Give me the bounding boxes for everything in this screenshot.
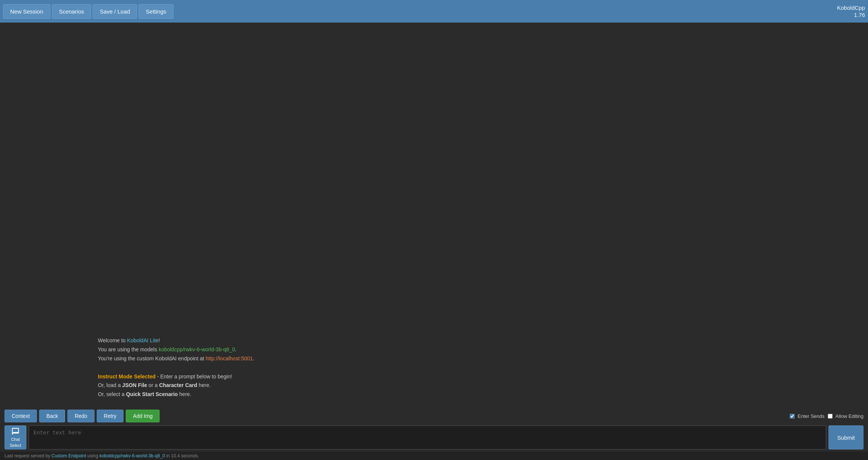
allow-editing-label: Allow Editing bbox=[836, 413, 863, 419]
status-model: koboldcpp/rwkv-6-world-3b-q8_0 bbox=[99, 453, 165, 458]
welcome-prefix: Welcome to bbox=[98, 337, 127, 343]
redo-button[interactable]: Redo bbox=[67, 410, 94, 422]
status-middle: using bbox=[86, 453, 99, 458]
model-prefix: You are using the models bbox=[98, 346, 158, 352]
model-suffix: . bbox=[235, 346, 236, 352]
input-row: Chat Select Submit bbox=[0, 424, 868, 452]
save-load-button[interactable]: Save / Load bbox=[93, 4, 137, 19]
welcome-suffix: ! bbox=[158, 337, 160, 343]
back-button[interactable]: Back bbox=[39, 410, 65, 422]
bottom-toolbar: Context Back Redo Retry Add Img Enter Se… bbox=[0, 407, 868, 424]
chat-select-button[interactable]: Chat Select bbox=[5, 425, 26, 449]
navbar: New Session Scenarios Save / Load Settin… bbox=[0, 0, 868, 23]
instruct-mode-label: Instruct Mode Selected bbox=[98, 373, 155, 380]
add-img-button[interactable]: Add Img bbox=[126, 410, 160, 422]
endpoint-suffix: . bbox=[253, 355, 254, 361]
toolbar-right: Enter Sends Allow Editing bbox=[790, 413, 863, 419]
koboldai-lite-link[interactable]: KoboldAI Lite bbox=[127, 337, 158, 343]
context-button[interactable]: Context bbox=[5, 410, 37, 422]
chat-bubble-icon bbox=[11, 427, 20, 436]
enter-sends-checkbox[interactable] bbox=[790, 414, 795, 419]
allow-editing-checkbox[interactable] bbox=[828, 414, 833, 419]
status-prefix: Last request served by bbox=[5, 453, 52, 458]
instruct-mode-suffix: - Enter a prompt below to begin! bbox=[155, 373, 232, 380]
retry-button[interactable]: Retry bbox=[97, 410, 123, 422]
chat-area: Welcome to KoboldAI Lite! You are using … bbox=[0, 23, 868, 407]
status-endpoint: Custom Endpoint bbox=[52, 453, 86, 458]
endpoint-prefix: You're using the custom KoboldAI endpoin… bbox=[98, 355, 206, 361]
scenarios-button[interactable]: Scenarios bbox=[52, 4, 91, 19]
model-link[interactable]: koboldcpp/rwkv-6-world-3b-q8_0 bbox=[158, 346, 235, 352]
scenario-instruction: Or, select a Quick Start Scenario here. bbox=[98, 390, 770, 399]
brand: KoboldCpp 1.76 bbox=[837, 4, 865, 19]
chat-select-label1: Chat bbox=[11, 437, 20, 442]
new-session-button[interactable]: New Session bbox=[3, 4, 50, 19]
endpoint-link[interactable]: http://localhost:5001 bbox=[206, 355, 253, 361]
settings-button[interactable]: Settings bbox=[139, 4, 173, 19]
status-suffix: in 10.4 seconds. bbox=[165, 453, 199, 458]
text-input[interactable] bbox=[29, 425, 826, 449]
enter-sends-label: Enter Sends bbox=[798, 413, 825, 419]
status-bar: Last request served by Custom Endpoint u… bbox=[0, 452, 868, 460]
submit-button[interactable]: Submit bbox=[828, 425, 863, 449]
load-instruction: Or, load a JSON File or a Character Card… bbox=[98, 381, 770, 390]
welcome-block: Welcome to KoboldAI Lite! You are using … bbox=[98, 336, 770, 399]
chat-select-label2: Select bbox=[10, 443, 21, 448]
